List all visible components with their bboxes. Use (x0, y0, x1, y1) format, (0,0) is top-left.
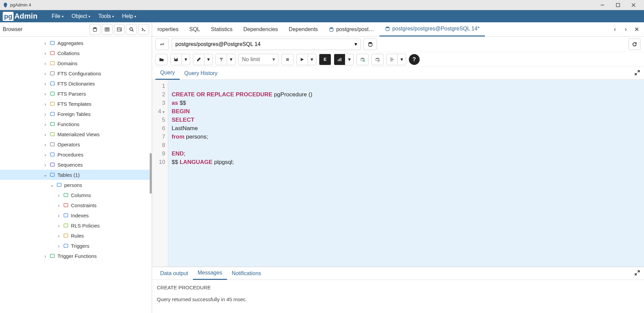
rollback-button[interactable] (371, 54, 383, 65)
chevron-right-icon: › (43, 81, 48, 87)
chevron-down-icon[interactable]: ▾ (227, 54, 235, 65)
tab-prev-button[interactable]: ‹ (611, 25, 619, 33)
tree-node[interactable]: ›Aggregates (0, 38, 152, 48)
database-icon (385, 26, 390, 31)
filter-rows-button[interactable] (114, 24, 125, 35)
chevron-down-icon[interactable]: ▾ (345, 54, 353, 65)
tree-node[interactable]: ›Indexes (0, 210, 152, 220)
tree-scrollbar[interactable] (150, 153, 152, 194)
tab-messages[interactable]: Messages (193, 267, 227, 280)
tree-node[interactable]: ›RLS Policies (0, 220, 152, 231)
tab-statistics[interactable]: Statistics (205, 22, 238, 37)
macros-button[interactable]: ▾ (386, 54, 406, 65)
new-connection-button[interactable] (364, 39, 377, 50)
messages-output: CREATE PROCEDURE Query returned successf… (152, 280, 644, 313)
psql-tool-button[interactable] (138, 24, 149, 35)
tab-next-button[interactable]: › (622, 25, 630, 33)
tab-close-button[interactable]: ✕ (633, 25, 641, 33)
help-button[interactable]: ? (409, 54, 420, 65)
object-tree[interactable]: ›Aggregates›Collations›Domains›FTS Confi… (0, 37, 152, 313)
tree-node[interactable]: ›Sequences (0, 160, 152, 170)
menu-object[interactable]: Object▾ (68, 13, 94, 19)
tree-node[interactable]: ›Constraints (0, 200, 152, 210)
explain-button[interactable]: E (319, 54, 331, 65)
explain-analyze-button[interactable]: ▾ (334, 54, 354, 65)
chevron-down-icon[interactable]: ▾ (204, 54, 213, 65)
chevron-down-icon[interactable]: ▾ (398, 54, 406, 65)
expand-output-button[interactable] (634, 269, 641, 278)
code-area[interactable]: CREATE OR REPLACE PROCEDURE pgProcedure … (168, 80, 316, 267)
maximize-button[interactable] (610, 0, 626, 10)
open-file-button[interactable] (155, 54, 168, 65)
tree-node-label: Procedures (57, 152, 83, 158)
tree-node[interactable]: ›Domains (0, 58, 152, 68)
main-content: roperties SQL Statistics Dependencies De… (152, 22, 644, 313)
save-file-button[interactable]: ▾ (170, 54, 190, 65)
columns-icon (63, 192, 69, 198)
tab-query-2[interactable]: postgres/postgres@PostgreSQL 14* (379, 22, 485, 37)
tree-node[interactable]: ›Trigger Functions (0, 251, 152, 261)
svg-rect-41 (286, 58, 289, 61)
tree-node[interactable]: ›Collations (0, 48, 152, 58)
tree-node[interactable]: ›Materialized Views (0, 129, 152, 139)
edit-button[interactable]: ▾ (193, 54, 213, 65)
tab-data-output[interactable]: Data output (155, 267, 193, 280)
execute-button[interactable]: ▾ (296, 54, 316, 65)
minimize-button[interactable] (595, 0, 610, 10)
menu-file[interactable]: File▾ (48, 13, 68, 19)
svg-point-47 (376, 58, 379, 59)
tab-properties[interactable]: roperties (152, 22, 184, 37)
tree-node[interactable]: ›FTS Dictionaries (0, 78, 152, 89)
menu-help[interactable]: Help▾ (118, 13, 140, 19)
sql-editor[interactable]: 12345678910 CREATE OR REPLACE PROCEDURE … (152, 80, 644, 267)
svg-rect-20 (50, 102, 54, 105)
chevron-down-icon[interactable]: ▾ (182, 54, 190, 65)
tab-dependencies[interactable]: Dependencies (238, 22, 283, 37)
tree-node[interactable]: ›Columns (0, 190, 152, 200)
tree-node[interactable]: ›Triggers (0, 241, 152, 251)
chevron-right-icon: › (56, 192, 61, 198)
domains-icon (49, 60, 55, 66)
connection-status-button[interactable] (155, 39, 169, 50)
tab-query-editor[interactable]: Query (155, 67, 180, 80)
pgadmin-app-icon (3, 2, 8, 8)
commit-button[interactable] (356, 54, 369, 65)
chevron-down-icon[interactable]: ▾ (308, 54, 316, 65)
tree-node[interactable]: ›Functions (0, 119, 152, 129)
svg-rect-22 (50, 122, 54, 126)
svg-rect-30 (64, 203, 68, 207)
search-objects-button[interactable] (126, 24, 137, 35)
query-tool-button[interactable] (90, 24, 100, 35)
tree-node[interactable]: ›Operators (0, 139, 152, 149)
svg-rect-1 (616, 3, 620, 7)
svg-rect-24 (50, 143, 54, 146)
tab-query-1[interactable]: postgres/post… (323, 22, 379, 37)
chevron-down-icon: ⌄ (43, 172, 48, 178)
chevron-right-icon: › (43, 101, 48, 107)
tree-node-label: Sequences (57, 162, 83, 168)
tree-node[interactable]: ›FTS Parsers (0, 89, 152, 99)
rls-icon (63, 222, 69, 228)
view-data-button[interactable] (102, 24, 113, 35)
tree-node[interactable]: ›Rules (0, 231, 152, 241)
tree-node[interactable]: ›FTS Configurations (0, 68, 152, 78)
tree-node[interactable]: ›FTS Templates (0, 99, 152, 109)
chevron-right-icon: › (56, 202, 61, 208)
reset-layout-button[interactable] (628, 39, 641, 50)
filter-button[interactable]: ▾ (216, 54, 236, 65)
chevron-down-icon: ▾ (134, 15, 136, 18)
connection-dropdown[interactable]: postgres/postgres@PostgreSQL 14 ▾ (172, 39, 361, 50)
tree-node[interactable]: ⌄Tables (1) (0, 170, 152, 180)
limit-dropdown[interactable]: No limit ▾ (238, 54, 279, 65)
close-button[interactable] (626, 0, 641, 10)
tree-node[interactable]: ›Procedures (0, 149, 152, 160)
tab-dependents[interactable]: Dependents (283, 22, 323, 37)
tab-query-history[interactable]: Query History (180, 67, 222, 80)
tab-sql[interactable]: SQL (184, 22, 205, 37)
tree-node[interactable]: ⌄persons (0, 180, 152, 190)
stop-button[interactable] (281, 54, 294, 65)
menu-tools[interactable]: Tools▾ (94, 13, 118, 19)
tree-node[interactable]: ›Foreign Tables (0, 109, 152, 119)
tab-notifications[interactable]: Notifications (227, 267, 266, 280)
expand-editor-button[interactable] (634, 69, 641, 77)
